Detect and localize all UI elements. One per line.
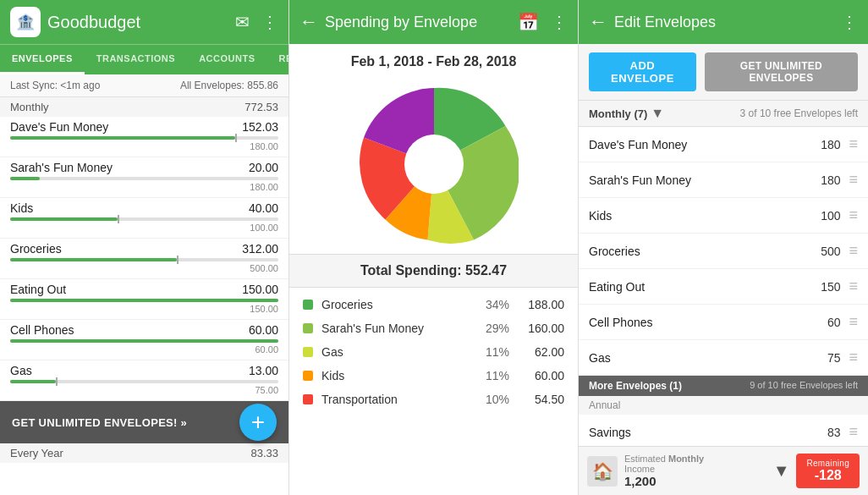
spending-name: Sarah's Fun Money [321,322,470,335]
panel-edit-envelopes: ← Edit Envelopes ⋮ ADD ENVELOPE GET UNLI… [579,0,868,495]
every-year-row: Every Year 83.33 [0,443,288,463]
envelope-name: Dave's Fun Money [589,138,821,151]
envelope-fill [10,299,278,302]
list-item[interactable]: Groceries 500 ≡ [579,234,868,269]
spending-dot [303,323,313,333]
envelope-amount: 20.00 [249,161,278,174]
envelope-amount: 75 [827,351,841,365]
list-item[interactable]: Gas 75 ≡ [579,340,868,376]
list-item[interactable]: Cell Phones 60 ≡ [579,305,868,340]
spending-val: 54.50 [518,393,564,406]
p3-envelopes-scroll: Dave's Fun Money 180 ≡ Sarah's Fun Money… [579,127,868,446]
drag-handle-icon[interactable]: ≡ [849,171,858,189]
drag-handle-icon[interactable]: ≡ [849,242,858,260]
envelope-budget: 60.00 [10,344,278,355]
drag-handle-icon[interactable]: ≡ [849,135,858,153]
estimated-label: Estimated Monthly [624,454,766,464]
envelope-fill [10,339,278,343]
list-item: Kids 11% 60.00 [289,364,578,388]
envelope-budget: 100.00 [10,223,278,233]
back-button[interactable]: ← [299,11,318,33]
list-item[interactable]: Dave's Fun Money 180 ≡ [579,127,868,162]
all-envelopes-text: All Envelopes: 855.86 [180,80,278,91]
drag-handle-icon[interactable]: ≡ [849,349,858,366]
envelope-name: Eating Out [589,280,821,294]
panel-spending: ← Spending by Envelope 📅 ⋮ Feb 1, 2018 -… [289,0,579,495]
envelope-amount: 13.00 [249,364,278,377]
panel-envelopes: 🏦 Goodbudget ✉ ⋮ ENVELOPES TRANSACTIONS … [0,0,289,495]
income-value: 1,200 [624,474,766,488]
envelope-name: Dave's Fun Money [10,120,108,134]
more-envelopes-section: More Envelopes (1) 9 of 10 free Envelope… [579,376,868,396]
p2-title: Spending by Envelope [325,14,511,31]
chevron-down-icon[interactable]: ▼ [651,106,664,121]
p3-footer: 🏠 Estimated Monthly Income 1,200 ▼ Remai… [579,446,868,495]
tab-reports[interactable]: REP [266,45,289,74]
envelope-amount: 150 [821,280,840,294]
list-item[interactable]: Sarah's Fun Money 20.00 180.00 [0,157,288,198]
tab-accounts[interactable]: ACCOUNTS [187,45,266,74]
p3-action-buttons: ADD ENVELOPE GET UNLIMITED ENVELOPES [579,44,868,101]
p1-tabs: ENVELOPES TRANSACTIONS ACCOUNTS REP [0,44,288,74]
mail-icon[interactable]: ✉ [235,12,250,32]
spending-name: Transportation [321,393,470,406]
get-unlimited-button[interactable]: GET UNLIMITED ENVELOPES [705,52,858,91]
list-item[interactable]: Sarah's Fun Money 180 ≡ [579,162,868,198]
income-label: Income [624,464,766,474]
svg-point-0 [404,135,464,194]
envelope-amount: 312.00 [242,242,278,256]
envelope-name: Cell Phones [589,316,827,329]
calendar-icon[interactable]: 📅 [518,12,539,32]
fab-button[interactable]: + [239,404,277,441]
home-icon: 🏠 [587,456,618,487]
list-item: Groceries 34% 188.00 [289,293,578,316]
envelope-name: Gas [10,364,32,377]
envelope-fill [10,177,40,180]
list-item[interactable]: Eating Out 150 ≡ [579,269,868,305]
envelope-amount: 152.03 [242,120,278,134]
p3-header: ← Edit Envelopes ⋮ [579,0,868,44]
spending-val: 60.00 [518,369,564,382]
list-item[interactable]: Savings 83 ≡ [579,415,868,446]
spending-pct: 11% [479,369,509,382]
dropdown-icon[interactable]: ▼ [773,461,790,481]
envelope-budget: 150.00 [10,304,278,314]
list-item[interactable]: Kids 100 ≡ [579,198,868,234]
spending-list: Groceries 34% 188.00 Sarah's Fun Money 2… [289,288,578,495]
more-icon[interactable]: ⋮ [551,12,568,32]
pie-chart-container [289,74,578,254]
drag-handle-icon[interactable]: ≡ [849,313,858,331]
fab-plus-icon: + [251,409,265,436]
pie-chart [349,80,519,249]
spending-pct: 10% [479,393,509,406]
list-item[interactable]: Eating Out 150.00 150.00 [0,279,288,320]
list-item[interactable]: Kids 40.00 100.00 [0,198,288,239]
list-item[interactable]: Gas 13.00 75.00 [0,360,288,401]
spending-dot [303,347,313,357]
list-item[interactable]: Cell Phones 60.00 60.00 [0,320,288,360]
back-button[interactable]: ← [589,11,607,33]
envelope-name: Kids [589,209,821,223]
envelope-marker [235,134,237,142]
envelope-fill [10,380,56,383]
annual-label: Annual [579,396,868,415]
envelope-budget: 180.00 [10,182,278,192]
spending-val: 188.00 [518,298,564,311]
drag-handle-icon[interactable]: ≡ [849,423,858,441]
more-icon[interactable]: ⋮ [841,12,858,32]
envelope-fill [10,136,235,140]
add-envelope-button[interactable]: ADD ENVELOPE [589,52,696,91]
envelope-amount: 40.00 [249,201,278,215]
list-item[interactable]: Groceries 312.00 500.00 [0,239,288,279]
spending-pct: 34% [479,298,509,311]
p3-title: Edit Envelopes [614,14,834,31]
tab-envelopes[interactable]: ENVELOPES [0,45,85,74]
tab-transactions[interactable]: TRANSACTIONS [85,45,187,74]
list-item[interactable]: Dave's Fun Money 152.03 180.00 [0,117,288,157]
drag-handle-icon[interactable]: ≡ [849,206,858,224]
envelope-bar [10,258,278,261]
more-icon[interactable]: ⋮ [261,12,278,32]
unlimited-text[interactable]: GET UNLIMITED ENVELOPES! » [12,416,187,429]
drag-handle-icon[interactable]: ≡ [849,278,858,295]
spending-dot [303,300,313,310]
